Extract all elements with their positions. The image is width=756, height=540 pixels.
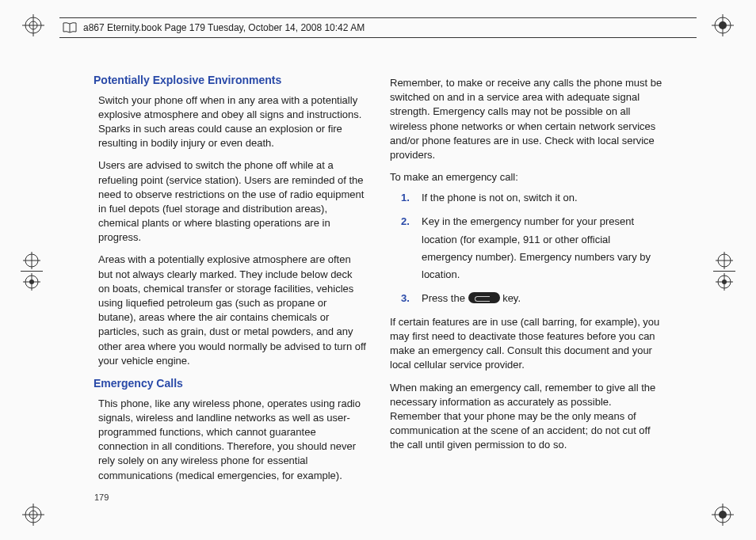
- step-text-part: key.: [500, 292, 521, 304]
- step-number: 1.: [401, 189, 414, 207]
- step-text-part: Press the: [422, 292, 468, 304]
- step-number: 2.: [401, 213, 414, 283]
- steps-intro: To make an emergency call:: [390, 170, 662, 184]
- registration-mark-icon: [712, 14, 734, 36]
- step-item: 1. If the phone is not on, switch it on.: [401, 189, 662, 207]
- document-header: a867 Eternity.book Page 179 Tuesday, Oct…: [59, 17, 697, 38]
- step-item: 2. Key in the emergency number for your …: [401, 213, 662, 283]
- paragraph: If certain features are in use (call bar…: [390, 315, 662, 373]
- side-registration-mark: [21, 252, 43, 291]
- page-number: 179: [94, 492, 109, 502]
- step-text: If the phone is not on, switch it on.: [422, 189, 578, 207]
- paragraph: This phone, like any wireless phone, ope…: [98, 397, 366, 483]
- step-item: 3. Press the key.: [401, 290, 662, 307]
- paragraph: When making an emergency call, remember …: [390, 381, 662, 453]
- registration-mark-icon: [712, 504, 734, 526]
- paragraph: Areas with a potentially explosive atmos…: [98, 253, 366, 368]
- steps-list: 1. If the phone is not on, switch it on.…: [401, 189, 662, 307]
- registration-mark-icon: [22, 14, 44, 36]
- step-text: Press the key.: [422, 290, 521, 307]
- heading-emergency-calls: Emergency Calls: [94, 376, 366, 392]
- registration-mark-icon: [22, 504, 44, 526]
- left-column: Potentially Explosive Environments Switc…: [94, 71, 366, 485]
- header-text: a867 Eternity.book Page 179 Tuesday, Oct…: [83, 22, 365, 33]
- call-key-icon: [468, 292, 500, 303]
- heading-explosive-environments: Potentially Explosive Environments: [94, 73, 366, 89]
- right-column: Remember, to make or receive any calls t…: [390, 71, 662, 485]
- paragraph: Users are advised to switch the phone of…: [98, 158, 366, 245]
- step-number: 3.: [401, 290, 414, 307]
- side-registration-mark: [713, 252, 735, 291]
- paragraph: Switch your phone off when in any area w…: [98, 93, 366, 151]
- page-body: Potentially Explosive Environments Switc…: [94, 71, 662, 485]
- step-text: Key in the emergency number for your pre…: [422, 213, 662, 283]
- book-icon: [63, 22, 77, 33]
- paragraph: Remember, to make or receive any calls t…: [390, 76, 662, 162]
